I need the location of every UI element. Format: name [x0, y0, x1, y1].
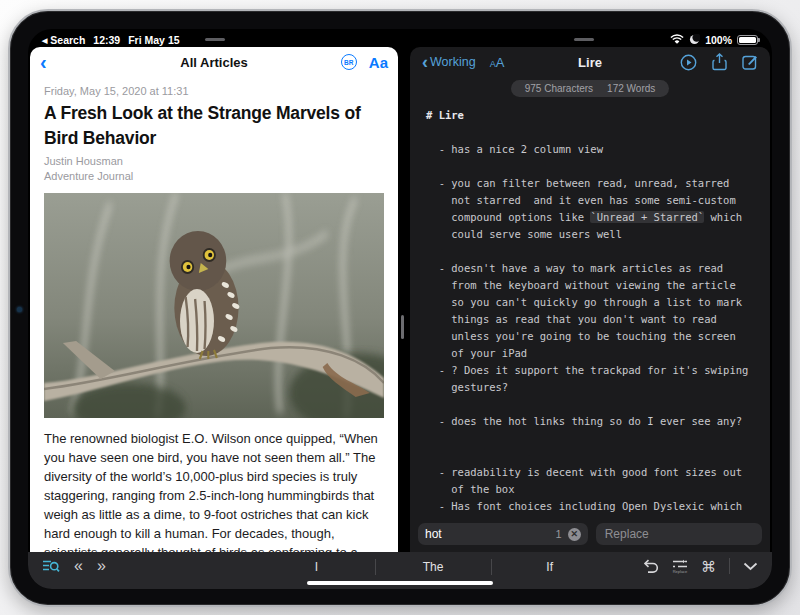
- bionic-reading-icon[interactable]: BR: [341, 54, 357, 70]
- wifi-icon: [670, 34, 684, 45]
- back-chevron-icon[interactable]: ‹: [40, 52, 47, 72]
- status-bar: ◀ Search 12:39 Fri May 15 100%: [28, 29, 772, 47]
- match-count: 1: [556, 528, 562, 540]
- suggestion-3[interactable]: If: [491, 555, 608, 579]
- editor-font-settings-button[interactable]: AA: [490, 53, 505, 71]
- toolbar-divider: [729, 558, 730, 574]
- status-date: Fri May 15: [128, 34, 179, 46]
- compose-button[interactable]: [742, 54, 758, 70]
- back-to-app-indicator[interactable]: ◀ Search: [42, 34, 85, 46]
- left-app-drag-handle[interactable]: [205, 38, 225, 41]
- screen: ◀ Search 12:39 Fri May 15 100%: [28, 29, 772, 589]
- clear-search-icon[interactable]: ✕: [568, 528, 581, 541]
- suggestion-1[interactable]: I: [258, 555, 375, 579]
- article-body: The renowned biologist E.O. Wilson once …: [44, 429, 384, 552]
- editor-nav-bar: ‹ Working AA Lire: [410, 47, 770, 77]
- find-replace-bar: hot 1 ✕ Replace: [410, 518, 770, 552]
- article-title: A Fresh Look at the Strange Marvels of B…: [44, 101, 384, 151]
- preview-play-button[interactable]: [680, 54, 697, 71]
- ipad-device: ◀ Search 12:39 Fri May 15 100%: [8, 9, 792, 607]
- article-date: Friday, May 15, 2020 at 11:31: [44, 85, 384, 97]
- dismiss-keyboard-chevron-icon[interactable]: [743, 562, 758, 571]
- front-camera: [17, 307, 22, 312]
- suggestion-2[interactable]: The: [375, 555, 492, 579]
- character-count: 975 Characters: [525, 83, 593, 94]
- predictive-text-bar: I The If: [258, 555, 608, 579]
- article-source: Adventure Journal: [44, 169, 384, 184]
- back-chevron-icon: ‹: [422, 53, 428, 71]
- next-match-button[interactable]: »: [97, 558, 106, 574]
- do-not-disturb-moon-icon: [689, 34, 700, 45]
- split-view: ‹ All Articles BR Aa Friday, May 15, 202…: [28, 47, 772, 552]
- markdown-text-area[interactable]: # Lire - has a nice 2 column view - you …: [410, 97, 770, 518]
- battery-percent: 100%: [705, 34, 732, 46]
- status-time: 12:39: [93, 34, 120, 46]
- search-value: hot: [425, 527, 442, 541]
- editor-back-button[interactable]: ‹ Working: [422, 53, 476, 71]
- home-indicator[interactable]: [307, 581, 493, 586]
- split-view-divider-handle[interactable]: [401, 315, 404, 339]
- replace-tool-button[interactable]: Replace: [672, 559, 688, 574]
- owl-photo: [44, 193, 384, 418]
- keyboard-accessory-bar: « » I The If Repla: [28, 552, 772, 589]
- share-button[interactable]: [712, 53, 727, 71]
- search-in-text-icon[interactable]: [42, 558, 60, 574]
- undo-icon[interactable]: [642, 559, 659, 574]
- reader-nav-bar: ‹ All Articles BR Aa: [30, 47, 398, 77]
- word-count: 172 Words: [607, 83, 655, 94]
- document-stats-badge: 975 Characters 172 Words: [511, 80, 670, 97]
- battery-icon: [737, 35, 758, 45]
- editor-app-window: ‹ Working AA Lire: [410, 47, 770, 552]
- right-app-drag-handle[interactable]: [574, 38, 594, 41]
- font-settings-button[interactable]: Aa: [369, 54, 388, 71]
- article-view: Friday, May 15, 2020 at 11:31 A Fresh Lo…: [30, 77, 398, 552]
- reader-app-window: ‹ All Articles BR Aa Friday, May 15, 202…: [30, 47, 398, 552]
- replace-placeholder: Replace: [605, 527, 649, 541]
- previous-match-button[interactable]: «: [74, 558, 83, 574]
- article-author: Justin Housman: [44, 154, 384, 169]
- replace-input[interactable]: Replace: [596, 523, 762, 545]
- search-input[interactable]: hot 1 ✕: [418, 523, 588, 545]
- command-shortcuts-icon[interactable]: ⌘: [701, 559, 716, 574]
- back-triangle-icon: ◀: [42, 37, 47, 44]
